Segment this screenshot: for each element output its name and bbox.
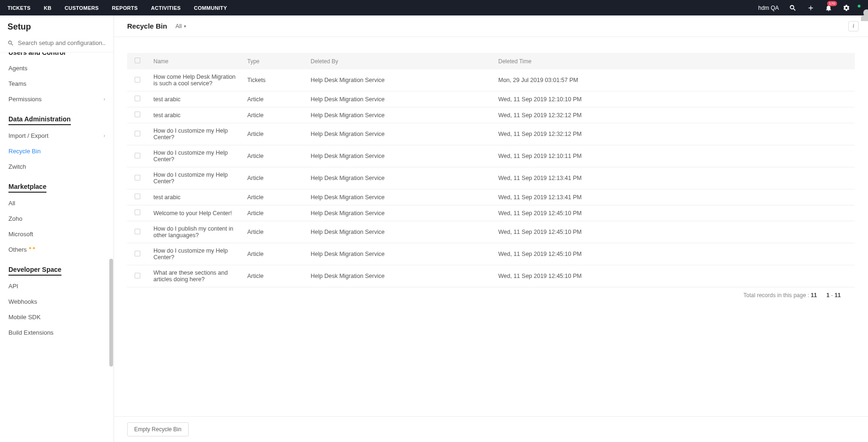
sidebar-item-label: Microsoft <box>8 231 33 238</box>
select-all-checkbox[interactable] <box>135 58 140 63</box>
cell-type: Tickets <box>242 69 305 91</box>
table-row[interactable]: How do I customize my Help Center?Articl… <box>127 123 855 145</box>
row-checkbox[interactable] <box>135 112 140 117</box>
sidebar-item-zoho[interactable]: Zoho <box>8 211 105 226</box>
nav-activities[interactable]: ACTIVITIES <box>151 5 181 11</box>
notification-badge: 170 <box>827 1 837 7</box>
pagination-label: Total records in this page : <box>743 292 809 299</box>
sidebar-item-label: Zoho <box>8 215 23 222</box>
sidebar-item-others[interactable]: Others✦✦ <box>8 242 105 257</box>
row-checkbox[interactable] <box>135 210 140 215</box>
cell-type: Article <box>242 91 305 107</box>
row-checkbox[interactable] <box>135 251 140 256</box>
table-row[interactable]: Welcome to your Help Center!ArticleHelp … <box>127 205 855 221</box>
table-row[interactable]: test arabicArticleHelp Desk Migration Se… <box>127 189 855 205</box>
table-header-row: Name Type Deleted By Deleted Time <box>127 53 855 69</box>
row-checkbox[interactable] <box>135 96 140 101</box>
sidebar-item-agents[interactable]: Agents <box>8 60 105 76</box>
sidebar-item-api[interactable]: API <box>8 278 105 294</box>
cell-deleted-by: Help Desk Migration Service <box>305 123 493 145</box>
settings-icon[interactable] <box>843 4 850 12</box>
page-title: Recycle Bin <box>127 22 167 30</box>
scroll-thumb[interactable] <box>109 259 113 367</box>
cell-deleted-time: Wed, 11 Sep 2019 12:32:12 PM <box>493 123 855 145</box>
sidebar-item-build-extensions[interactable]: Build Extensions <box>8 325 105 340</box>
cell-name: Welcome to your Help Center! <box>148 205 242 221</box>
sidebar-item-label: Build Extensions <box>8 329 53 336</box>
row-checkbox[interactable] <box>135 77 140 82</box>
cell-name: How do I customize my Help Center? <box>148 123 242 145</box>
table-row[interactable]: test arabicArticleHelp Desk Migration Se… <box>127 107 855 123</box>
table-row[interactable]: How do I customize my Help Center?Articl… <box>127 145 855 167</box>
nav-community[interactable]: COMMUNITY <box>194 5 227 11</box>
cell-deleted-time: Wed, 11 Sep 2019 12:45:10 PM <box>493 205 855 221</box>
cell-name: What are these sections and articles doi… <box>148 265 242 287</box>
row-checkbox[interactable] <box>135 153 140 158</box>
row-checkbox[interactable] <box>135 229 140 234</box>
nav-right: hdm QA 170 <box>758 4 860 12</box>
cell-deleted-time: Wed, 11 Sep 2019 12:10:10 PM <box>493 91 855 107</box>
row-checkbox[interactable] <box>135 175 140 180</box>
table-row[interactable]: What are these sections and articles doi… <box>127 265 855 287</box>
nav-kb[interactable]: KB <box>44 5 52 11</box>
section-marketplace: Marketplace <box>8 183 46 193</box>
table-row[interactable]: How come Help Desk Migration is such a c… <box>127 69 855 91</box>
sidebar: Setup Users and ControlAgentsTeamsPermis… <box>0 15 114 442</box>
cell-deleted-by: Help Desk Migration Service <box>305 91 493 107</box>
filter-dropdown[interactable]: All ▾ <box>175 23 186 30</box>
empty-recycle-bin-button[interactable]: Empty Recycle Bin <box>127 422 189 436</box>
row-checkbox[interactable] <box>135 194 140 199</box>
pagination-to: 11 <box>835 292 841 299</box>
cell-name: How do I customize my Help Center? <box>148 145 242 167</box>
cell-deleted-time: Wed, 11 Sep 2019 12:45:10 PM <box>493 221 855 243</box>
col-name: Name <box>148 53 242 69</box>
cell-deleted-by: Help Desk Migration Service <box>305 145 493 167</box>
top-navbar: TICKETSKBCUSTOMERSREPORTSACTIVITIESCOMMU… <box>0 0 868 15</box>
nav-customers[interactable]: CUSTOMERS <box>65 5 99 11</box>
cell-deleted-time: Wed, 11 Sep 2019 12:45:10 PM <box>493 265 855 287</box>
sidebar-item-recycle-bin[interactable]: Recycle Bin <box>8 143 105 159</box>
sidebar-item-mobile-sdk[interactable]: Mobile SDK <box>8 309 105 325</box>
search-icon <box>8 40 14 46</box>
pagination-from: 1 <box>826 292 830 299</box>
sidebar-item-zwitch[interactable]: Zwitch <box>8 159 105 174</box>
plus-icon[interactable] <box>807 4 815 12</box>
col-deleted-by: Deleted By <box>305 53 493 69</box>
sidebar-item-label: Permissions <box>8 96 42 103</box>
sidebar-item-permissions[interactable]: Permissions› <box>8 91 105 107</box>
scrollbar[interactable] <box>109 52 113 442</box>
table-row[interactable]: How do I publish my content in other lan… <box>127 221 855 243</box>
sidebar-item-label: Import / Export <box>8 132 48 139</box>
sidebar-search[interactable] <box>0 37 114 52</box>
cell-deleted-time: Wed, 11 Sep 2019 12:45:10 PM <box>493 243 855 265</box>
info-button[interactable]: i <box>848 21 859 31</box>
cell-deleted-time: Wed, 11 Sep 2019 12:32:12 PM <box>493 107 855 123</box>
table-row[interactable]: How do I customize my Help Center?Articl… <box>127 167 855 189</box>
pagination: Total records in this page : 11 1 - 11 <box>127 287 855 299</box>
sidebar-item-webhooks[interactable]: Webhooks <box>8 294 105 309</box>
cell-deleted-time: Wed, 11 Sep 2019 12:10:11 PM <box>493 145 855 167</box>
cell-type: Article <box>242 123 305 145</box>
section-data-administration: Data Administration <box>8 115 71 125</box>
row-checkbox[interactable] <box>135 273 140 278</box>
table-row[interactable]: test arabicArticleHelp Desk Migration Se… <box>127 91 855 107</box>
search-input[interactable] <box>18 39 106 46</box>
sidebar-item-all[interactable]: All <box>8 195 105 211</box>
sidebar-item-microsoft[interactable]: Microsoft <box>8 226 105 242</box>
sparkle-icon: ✦✦ <box>28 246 36 251</box>
row-checkbox[interactable] <box>135 131 140 136</box>
chevron-right-icon: › <box>104 97 105 102</box>
nav-reports[interactable]: REPORTS <box>112 5 137 11</box>
sidebar-item-label: All <box>8 200 15 207</box>
cell-deleted-time: Wed, 11 Sep 2019 12:13:41 PM <box>493 189 855 205</box>
sidebar-item-label: API <box>8 283 18 290</box>
nav-tickets[interactable]: TICKETS <box>8 5 30 11</box>
search-icon[interactable] <box>789 4 797 12</box>
sidebar-item-teams[interactable]: Teams <box>8 76 105 91</box>
username[interactable]: hdm QA <box>758 5 779 11</box>
table-row[interactable]: How do I customize my Help Center?Articl… <box>127 243 855 265</box>
sidebar-item-import-export[interactable]: Import / Export› <box>8 128 105 143</box>
notification-icon[interactable]: 170 <box>825 4 832 12</box>
sidebar-item-label: Teams <box>8 80 26 87</box>
sidebar-item-label: Recycle Bin <box>8 148 41 155</box>
